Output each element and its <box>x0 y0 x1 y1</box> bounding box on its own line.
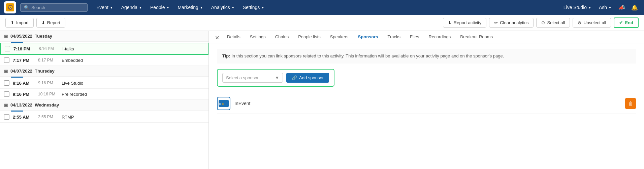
trash-icon: 🗑 <box>628 101 633 106</box>
activity-end-time: 8:17 PM <box>38 58 58 62</box>
chevron-down-icon: ▼ <box>139 6 142 9</box>
sponsor-placeholder: Select a sponsor <box>226 75 259 80</box>
report-activity-icon: ⬇ <box>448 20 452 25</box>
activity-name: Embedded <box>62 58 83 63</box>
activity-end-time: 2:55 PM <box>38 115 58 119</box>
activity-checkbox[interactable] <box>4 80 9 86</box>
sponsor-dropdown[interactable]: Select a sponsor ▼ <box>222 73 283 83</box>
tab-recordings[interactable]: Recordings <box>424 31 456 43</box>
activity-checkbox[interactable] <box>4 91 9 97</box>
sponsor-select-row: Select a sponsor ▼ 🔗 Add sponsor <box>217 69 334 87</box>
search-icon: 🔍 <box>24 5 29 10</box>
sponsor-row: In E InEvent 🗑 <box>217 93 636 114</box>
toolbar: ⬆ Import ⬇ Report ⬇ Report activity ✏ Cl… <box>0 15 644 31</box>
report-icon: ⬇ <box>41 20 45 25</box>
activity-start-time: 7:16 PM <box>13 46 35 51</box>
activity-row[interactable]: 8:16 AM 9:16 PM Live Studio <box>0 78 208 89</box>
detail-panel: ✕ Details Settings Chains People lists S… <box>209 31 644 169</box>
activity-start-time: 2:55 AM <box>13 115 35 120</box>
report-button[interactable]: ⬇ Report <box>36 18 65 28</box>
tab-people-lists[interactable]: People lists <box>293 31 325 43</box>
date-label: 04/13/2022 Wednesday <box>10 102 59 108</box>
tip-box: Tip: In this section you can link sponso… <box>217 49 636 64</box>
collapse-icon: ▣ <box>4 34 8 39</box>
activity-start-time: 8:16 AM <box>13 81 35 86</box>
activity-checkbox[interactable] <box>4 57 9 63</box>
activity-row[interactable]: 7:16 PM 8:16 PM I-talks <box>0 43 208 55</box>
chevron-down-icon: ▼ <box>110 6 113 9</box>
sponsor-logo: In E <box>217 97 230 110</box>
user-menu[interactable]: Ash ▼ <box>596 3 614 11</box>
top-navigation: 🦁 🔍 Event ▼ Agenda ▼ People ▼ Marketing … <box>0 0 644 15</box>
clear-analytics-button[interactable]: ✏ Clear analytics <box>489 18 534 28</box>
chevron-down-icon: ▼ <box>261 6 264 9</box>
search-box[interactable]: 🔍 <box>20 3 88 12</box>
activity-name: Pre recorded <box>62 92 87 97</box>
import-button[interactable]: ⬆ Import <box>5 18 34 28</box>
date-label: 04/07/2022 Thursday <box>10 69 55 74</box>
megaphone-icon[interactable]: 📣 <box>616 2 627 13</box>
select-all-button[interactable]: ⊙ Select all <box>536 18 570 28</box>
tab-files[interactable]: Files <box>405 31 424 43</box>
chevron-down-icon: ▼ <box>231 6 235 9</box>
logo-icon: 🦁 <box>6 3 14 11</box>
add-sponsor-button[interactable]: 🔗 Add sponsor <box>286 73 329 83</box>
activity-row[interactable]: 9:16 PM 10:16 PM Pre recorded <box>0 89 208 100</box>
tab-settings[interactable]: Settings <box>245 31 270 43</box>
tab-breakout-rooms[interactable]: Breakout Rooms <box>455 31 497 43</box>
nav-menu: Event ▼ Agenda ▼ People ▼ Marketing ▼ An… <box>93 3 558 12</box>
check-icon: ✔ <box>619 20 623 25</box>
search-input[interactable] <box>31 5 82 10</box>
import-icon: ⬆ <box>10 20 14 25</box>
nav-people[interactable]: People ▼ <box>147 3 173 12</box>
collapse-icon: ▣ <box>4 103 8 108</box>
date-group-header[interactable]: ▣ 04/13/2022 Wednesday <box>0 100 208 111</box>
activity-row[interactable]: 7:17 PM 8:17 PM Embedded <box>0 55 208 66</box>
tab-speakers[interactable]: Speakers <box>325 31 353 43</box>
date-label: 04/05/2022 Tuesday <box>10 34 52 39</box>
report-activity-button[interactable]: ⬇ Report activity <box>443 18 486 28</box>
tab-tracks[interactable]: Tracks <box>383 31 406 43</box>
close-button[interactable]: ✕ <box>213 34 221 42</box>
nav-event[interactable]: Event ▼ <box>93 3 117 12</box>
nav-settings[interactable]: Settings ▼ <box>239 3 268 12</box>
chevron-down-icon: ▼ <box>588 6 591 9</box>
nav-right-area: Live Studio ▼ Ash ▼ 📣 🔔 <box>561 2 640 13</box>
end-button[interactable]: ✔ End <box>614 17 639 28</box>
svg-text:E: E <box>222 103 224 105</box>
activity-checkbox[interactable] <box>4 114 9 120</box>
activity-checkbox[interactable] <box>5 46 10 51</box>
sponsors-content: Tip: In this section you can link sponso… <box>209 43 644 119</box>
unselect-all-button[interactable]: ⊗ Unselect all <box>573 18 611 28</box>
link-icon: 🔗 <box>292 75 297 80</box>
activity-start-time: 9:16 PM <box>13 92 35 97</box>
tabs-bar: Details Settings Chains People lists Spe… <box>209 31 644 43</box>
activity-name: RTMP <box>62 115 74 120</box>
sponsor-logo-inner: In E <box>218 97 230 110</box>
date-group-header[interactable]: ▣ 04/05/2022 Tuesday <box>0 31 208 42</box>
nav-marketing[interactable]: Marketing ▼ <box>174 3 206 12</box>
select-all-icon: ⊙ <box>541 20 545 25</box>
date-group-header[interactable]: ▣ 04/07/2022 Thursday <box>0 66 208 77</box>
schedule-panel: ▣ 04/05/2022 Tuesday 7:16 PM 8:16 PM I-t… <box>0 31 209 169</box>
live-studio-selector[interactable]: Live Studio ▼ <box>561 3 594 11</box>
chevron-down-icon: ▼ <box>608 6 612 9</box>
activity-row[interactable]: 2:55 AM 2:55 PM RTMP <box>0 112 208 123</box>
activity-start-time: 7:17 PM <box>13 58 35 63</box>
logo[interactable]: 🦁 <box>4 1 16 13</box>
activity-name: I-talks <box>62 46 74 51</box>
activity-end-time: 8:16 PM <box>39 46 59 51</box>
chevron-down-icon: ▼ <box>166 6 170 9</box>
tip-bold: Tip: <box>222 53 230 58</box>
activity-name: Live Studio <box>62 81 83 86</box>
toolbar-right: ⬇ Report activity ✏ Clear analytics ⊙ Se… <box>443 17 639 28</box>
bell-icon[interactable]: 🔔 <box>629 2 640 13</box>
tab-chains[interactable]: Chains <box>270 31 293 43</box>
delete-sponsor-button[interactable]: 🗑 <box>625 98 636 109</box>
activity-end-time: 9:16 PM <box>38 81 58 85</box>
tab-sponsors[interactable]: Sponsors <box>353 31 383 43</box>
collapse-icon: ▣ <box>4 69 8 74</box>
nav-agenda[interactable]: Agenda ▼ <box>118 3 146 12</box>
nav-analytics[interactable]: Analytics ▼ <box>208 3 238 12</box>
tab-details[interactable]: Details <box>222 31 245 43</box>
